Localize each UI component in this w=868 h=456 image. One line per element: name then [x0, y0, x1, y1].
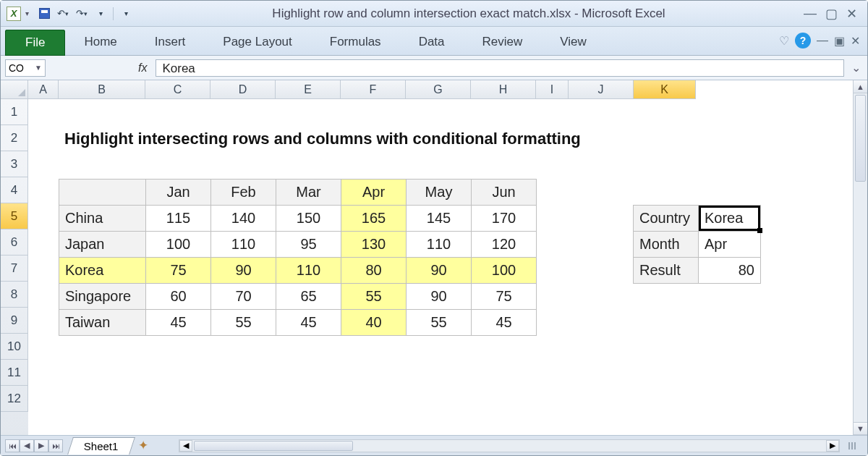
data-table[interactable]: JanFebMarAprMayJunChina11514015016514517…: [59, 179, 537, 336]
lookup-value[interactable]: 80: [699, 258, 761, 284]
col-header-K[interactable]: K: [634, 80, 696, 99]
lookup-value[interactable]: Korea: [699, 206, 761, 232]
row-header-4[interactable]: 4: [1, 177, 28, 203]
col-header-F[interactable]: F: [341, 80, 406, 99]
table-cell[interactable]: 75: [472, 284, 537, 310]
horizontal-scrollbar[interactable]: ◀ ▶: [179, 439, 840, 452]
tab-nav-last[interactable]: ⏭: [48, 439, 63, 452]
table-cell[interactable]: 145: [407, 206, 472, 232]
table-cell[interactable]: 45: [276, 310, 341, 336]
lookup-table[interactable]: CountryKoreaMonthAprResult80: [633, 205, 761, 284]
workbook-minimize-button[interactable]: —: [817, 34, 828, 47]
fx-icon[interactable]: fx: [134, 62, 151, 75]
col-header-J[interactable]: J: [569, 80, 634, 99]
table-cell[interactable]: 80: [341, 258, 407, 284]
scroll-down-button[interactable]: ▼: [854, 422, 867, 435]
table-rowlabel[interactable]: China: [59, 206, 146, 232]
row-header-6[interactable]: 6: [1, 229, 28, 256]
table-cell[interactable]: 65: [276, 284, 341, 310]
vertical-scrollbar[interactable]: ▲ ▼: [853, 80, 867, 435]
table-rowlabel[interactable]: Korea: [59, 258, 146, 284]
table-cell[interactable]: 55: [407, 310, 472, 336]
file-tab[interactable]: File: [5, 30, 65, 56]
hscroll-thumb[interactable]: [194, 441, 353, 451]
tab-nav-next[interactable]: ▶: [34, 439, 48, 452]
col-header-D[interactable]: D: [210, 80, 276, 99]
tab-insert[interactable]: Insert: [136, 29, 205, 55]
maximize-button[interactable]: ▢: [825, 6, 838, 22]
table-cell[interactable]: 170: [472, 206, 537, 232]
col-header-B[interactable]: B: [59, 80, 145, 99]
table-cell[interactable]: 110: [211, 232, 276, 258]
qat-customize-icon[interactable]: ▾: [93, 6, 109, 22]
redo-button[interactable]: ↷▾: [74, 6, 90, 22]
col-header-C[interactable]: C: [145, 80, 210, 99]
table-cell[interactable]: 165: [341, 206, 407, 232]
scroll-left-button[interactable]: ◀: [179, 440, 192, 452]
app-menu-dropdown-icon[interactable]: ▾: [25, 9, 29, 17]
close-button[interactable]: ✕: [846, 6, 857, 22]
table-rowlabel[interactable]: Japan: [59, 232, 146, 258]
help-button[interactable]: ?: [795, 33, 811, 48]
table-cell[interactable]: 55: [211, 310, 276, 336]
table-colhead[interactable]: Feb: [211, 180, 276, 206]
row-header-8[interactable]: 8: [1, 282, 28, 308]
table-cell[interactable]: 55: [341, 284, 407, 310]
table-colhead[interactable]: May: [407, 180, 472, 206]
workbook-close-button[interactable]: ✕: [851, 34, 860, 48]
table-cell[interactable]: 75: [146, 258, 211, 284]
row-header-5[interactable]: 5: [1, 203, 28, 229]
sheet-tab-sheet1[interactable]: Sheet1: [67, 437, 135, 455]
tab-page-layout[interactable]: Page Layout: [204, 29, 310, 55]
tab-nav-first[interactable]: ⏮: [5, 439, 20, 452]
scroll-right-button[interactable]: ▶: [826, 440, 839, 452]
table-cell[interactable]: 110: [276, 258, 341, 284]
scroll-up-button[interactable]: ▲: [854, 80, 867, 93]
row-header-10[interactable]: 10: [1, 334, 28, 360]
namebox-dropdown-icon[interactable]: ▼: [35, 64, 42, 72]
excel-app-icon[interactable]: X: [7, 7, 21, 21]
table-colhead[interactable]: Jan: [146, 180, 211, 206]
vscroll-thumb[interactable]: [855, 95, 866, 182]
table-cell[interactable]: 90: [407, 258, 472, 284]
table-cell[interactable]: 100: [472, 258, 537, 284]
table-cell[interactable]: 115: [146, 206, 211, 232]
row-header-7[interactable]: 7: [1, 256, 28, 282]
row-header-2[interactable]: 2: [1, 125, 28, 151]
table-cell[interactable]: 45: [146, 310, 211, 336]
undo-button[interactable]: ↶▾: [55, 6, 71, 22]
table-cell[interactable]: 45: [472, 310, 537, 336]
split-handle[interactable]: [841, 442, 863, 449]
row-header-1[interactable]: 1: [1, 99, 28, 125]
tab-view[interactable]: View: [541, 29, 605, 55]
name-box[interactable]: CO▼: [5, 59, 46, 77]
col-header-G[interactable]: G: [406, 80, 471, 99]
lookup-value[interactable]: Apr: [699, 232, 761, 258]
table-colhead[interactable]: Jun: [472, 180, 537, 206]
table-colhead[interactable]: Mar: [276, 180, 341, 206]
table-rowlabel[interactable]: Singapore: [59, 284, 146, 310]
workbook-restore-button[interactable]: ▣: [834, 34, 845, 48]
table-cell[interactable]: 130: [341, 232, 407, 258]
table-cell[interactable]: 90: [407, 284, 472, 310]
tab-nav-prev[interactable]: ◀: [20, 439, 34, 452]
table-cell[interactable]: 90: [211, 258, 276, 284]
table-rowlabel[interactable]: Taiwan: [59, 310, 146, 336]
table-cell[interactable]: 140: [211, 206, 276, 232]
minimize-button[interactable]: —: [804, 6, 817, 21]
worksheet-grid[interactable]: ABCDEFGHIJK 123456789101112 Highlight in…: [1, 80, 867, 435]
new-sheet-button[interactable]: ✦: [138, 438, 148, 453]
tab-home[interactable]: Home: [65, 29, 135, 55]
table-cell[interactable]: 60: [146, 284, 211, 310]
tab-formulas[interactable]: Formulas: [311, 29, 400, 55]
row-header-9[interactable]: 9: [1, 308, 28, 334]
row-header-11[interactable]: 11: [1, 360, 28, 386]
col-header-A[interactable]: A: [28, 80, 59, 99]
tab-review[interactable]: Review: [464, 29, 542, 55]
cells-area[interactable]: Highlight intersecting rows and columns …: [28, 99, 867, 435]
table-cell[interactable]: 120: [472, 232, 537, 258]
tab-data[interactable]: Data: [400, 29, 464, 55]
table-cell[interactable]: 70: [211, 284, 276, 310]
table-cell[interactable]: 40: [341, 310, 407, 336]
table-cell[interactable]: 110: [407, 232, 472, 258]
